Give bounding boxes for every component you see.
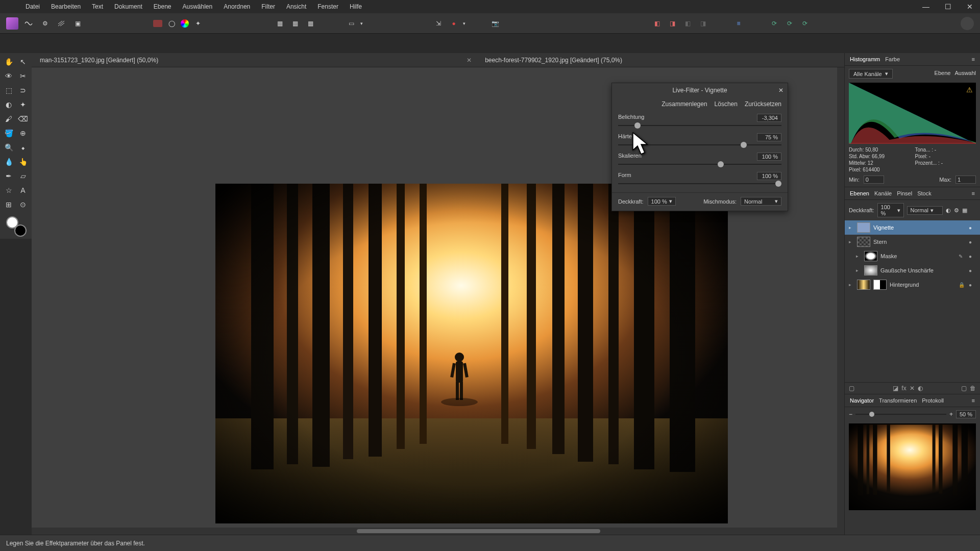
arrange-dot-icon[interactable]: ● <box>448 17 460 30</box>
slider-haerte[interactable] <box>618 144 781 145</box>
move-tool-icon[interactable]: ↖ <box>16 55 30 68</box>
navigator-preview[interactable] <box>849 423 976 510</box>
zoom-dropdown[interactable]: 50 % <box>956 410 976 418</box>
hist-auswahl-button[interactable]: Auswahl <box>954 70 976 76</box>
tab-transformieren[interactable]: Transformieren <box>879 396 917 405</box>
visibility-icon[interactable]: ● <box>969 239 976 245</box>
tab-ebenen[interactable]: Ebenen <box>850 189 869 197</box>
color-picker-icon[interactable]: ⊙ <box>16 198 30 211</box>
horizontal-scrollbar[interactable] <box>32 528 844 535</box>
layer-fx-c-icon[interactable]: ▦ <box>962 207 967 214</box>
flood-select-icon[interactable]: ✦ <box>16 98 30 111</box>
chevron-icon[interactable]: ▸ <box>849 239 854 244</box>
sync-c-icon[interactable]: ⟳ <box>799 17 811 30</box>
tab-protokoll[interactable]: Protokoll <box>922 396 944 405</box>
reset-button[interactable]: Zurücksetzen <box>745 101 781 108</box>
tab-navigator[interactable]: Navigator <box>850 396 874 405</box>
grid-a-icon[interactable]: ▦ <box>274 17 286 30</box>
visibility-icon[interactable]: ● <box>969 282 976 288</box>
tab-farbe[interactable]: Farbe <box>885 55 900 63</box>
swatch-bg-icon[interactable] <box>153 20 162 27</box>
document-tab-1[interactable]: man-3151723_1920.jpg [Geändert] (50,0%) <box>36 55 162 66</box>
order-a-icon[interactable]: ◧ <box>651 17 663 30</box>
layer-maske[interactable]: ▸ Maske ✎ ● <box>845 249 980 263</box>
order-c-icon[interactable]: ◧ <box>681 17 694 30</box>
hand-tool-icon[interactable]: ✋ <box>2 55 15 68</box>
tab-histogramm[interactable]: Histogramm <box>850 55 880 63</box>
menu-fenster[interactable]: Fenster <box>317 3 338 10</box>
pen-tool-icon[interactable]: ✒ <box>2 169 15 183</box>
menu-filter[interactable]: Filter <box>261 3 275 10</box>
dialog-titlebar[interactable]: Live-Filter - Vignette ✕ <box>612 83 788 97</box>
lock-icon[interactable]: 🔒 <box>959 282 966 288</box>
view-tool-icon[interactable]: 👁 <box>2 69 15 83</box>
adj-icon[interactable]: ◪ <box>893 385 898 392</box>
layer-hintergrund[interactable]: ▸ Hintergrund 🔒 ● <box>845 278 980 292</box>
persona-liquify-icon[interactable] <box>22 17 35 30</box>
blend-icon[interactable]: ◐ <box>918 385 923 392</box>
wand-icon[interactable]: ✦ <box>192 17 204 30</box>
visibility-icon[interactable]: ● <box>969 254 976 259</box>
vertical-scrollbar[interactable] <box>837 67 844 528</box>
slider-haerte-value[interactable]: 75 % <box>757 133 781 141</box>
menu-auswaehlen[interactable]: Auswählen <box>182 3 212 10</box>
zoom-out-icon[interactable]: − <box>849 411 852 418</box>
persona-export-icon[interactable]: ▣ <box>71 17 84 30</box>
clip-icon[interactable]: ▭ <box>345 17 357 30</box>
zoom-tool-icon[interactable]: 🔍 <box>2 141 15 154</box>
camera-icon[interactable]: 📷 <box>489 17 501 30</box>
menu-ansicht[interactable]: Ansicht <box>286 3 306 10</box>
mask-icon[interactable]: ▢ <box>849 385 854 392</box>
clone-tool-icon[interactable]: ⊕ <box>16 127 30 140</box>
menu-hilfe[interactable]: Hilfe <box>350 3 362 10</box>
mesh-tool-icon[interactable]: ⊞ <box>2 198 15 211</box>
order-d-icon[interactable]: ◨ <box>697 17 709 30</box>
menu-ebene[interactable]: Ebene <box>154 3 172 10</box>
slider-form-value[interactable]: 100 % <box>757 172 781 180</box>
edit-icon[interactable]: ✎ <box>959 254 966 259</box>
channel-dropdown[interactable]: Alle Kanäle ▾ <box>849 69 893 79</box>
slider-skalieren-value[interactable]: 100 % <box>757 153 781 161</box>
tab-kanaele[interactable]: Kanäle <box>874 189 892 197</box>
slider-skalieren[interactable] <box>618 164 781 165</box>
menu-text[interactable]: Text <box>92 3 103 10</box>
front-color-swatch[interactable] <box>6 216 18 229</box>
user-avatar-icon[interactable] <box>961 17 974 30</box>
min-input[interactable] <box>864 176 884 184</box>
tab-stock[interactable]: Stock <box>917 189 932 197</box>
chevron-icon[interactable]: ▸ <box>849 282 854 287</box>
select-brush-icon[interactable]: ◐ <box>2 98 15 111</box>
menu-datei[interactable]: Datei <box>26 3 40 10</box>
align-icon[interactable]: ≡ <box>732 17 745 30</box>
max-input[interactable] <box>955 176 976 184</box>
crop-tool-icon[interactable]: ✂ <box>16 69 30 83</box>
smudge-tool-icon[interactable]: 👆 <box>16 155 30 168</box>
merge-button[interactable]: Zusammenlegen <box>662 101 707 108</box>
order-b-icon[interactable]: ◨ <box>666 17 678 30</box>
sync-b-icon[interactable]: ⟳ <box>783 17 796 30</box>
zoom-slider[interactable] <box>855 414 946 415</box>
dropdown-chevron-icon[interactable]: ▾ <box>360 21 363 26</box>
document-tab-2[interactable]: beech-forest-779902_1920.jpg [Geändert] … <box>481 55 626 66</box>
arrange-a-icon[interactable]: ⇲ <box>432 17 445 30</box>
shape-tool-icon[interactable]: ▱ <box>16 169 30 183</box>
persona-develop-icon[interactable]: ⚙ <box>39 17 51 30</box>
close-icon[interactable]: ✕ <box>964 3 976 11</box>
visibility-icon[interactable]: ● <box>969 225 976 231</box>
layer-stern[interactable]: ▸ Stern ● <box>845 235 980 249</box>
dialog-close-icon[interactable]: ✕ <box>778 87 783 94</box>
layer-gauss[interactable]: ▸ Gaußsche Unschärfe ● <box>845 263 980 278</box>
brush-tool-icon[interactable]: 🖌 <box>2 112 15 126</box>
menu-anordnen[interactable]: Anordnen <box>224 3 250 10</box>
panel-menu-icon[interactable]: ≡ <box>972 189 975 197</box>
filter-icon[interactable]: ✕ <box>910 385 915 392</box>
deckkraft-dropdown[interactable]: 100 % ▾ <box>648 197 676 206</box>
menu-bearbeiten[interactable]: Bearbeiten <box>51 3 81 10</box>
sync-a-icon[interactable]: ⟳ <box>768 17 780 30</box>
minimize-icon[interactable]: — <box>919 3 933 11</box>
color-wheel-icon[interactable] <box>181 19 189 28</box>
fx-icon[interactable]: fx <box>901 385 906 392</box>
maximize-icon[interactable]: ☐ <box>942 3 954 11</box>
panel-menu-icon[interactable]: ≡ <box>972 396 975 405</box>
star-tool-icon[interactable]: ☆ <box>2 184 15 197</box>
